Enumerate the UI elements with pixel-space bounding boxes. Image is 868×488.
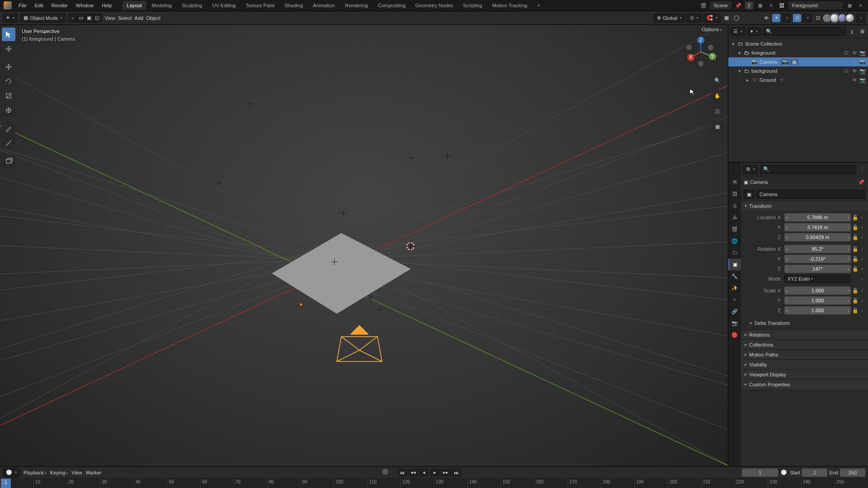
xray-toggle[interactable]: ⊡ <box>814 14 822 22</box>
play-reverse[interactable]: ◂ <box>419 469 429 477</box>
ptab-material[interactable]: 🔴 <box>728 329 741 341</box>
panel-collections[interactable]: ▸Collections <box>741 340 868 349</box>
viewlayer-new[interactable]: ⊞ <box>845 1 854 9</box>
play[interactable]: ▸ <box>430 469 440 477</box>
tree-ground[interactable]: ▸▽Ground ▽ 👁📷 <box>728 75 868 84</box>
tab-uv[interactable]: UV Editing <box>208 1 240 10</box>
menu-window[interactable]: Window <box>73 1 97 10</box>
ptab-data[interactable]: 📷 <box>728 317 741 329</box>
eye-icon[interactable]: 👁 <box>851 68 858 74</box>
ptab-viewlayer[interactable]: 🖧 <box>728 211 741 223</box>
panel-custom[interactable]: ▸Custom Properties <box>741 380 868 389</box>
lock-icon[interactable]: 🔓 <box>852 266 859 272</box>
eye-icon[interactable]: 👁 <box>851 50 858 56</box>
preview-range-icon[interactable]: 🕐 <box>780 469 788 477</box>
orientation[interactable]: ⊕ Global <box>654 14 685 23</box>
mode-selector[interactable]: ▦ Object Mode <box>20 14 66 23</box>
tree-scene-collection[interactable]: ▾🗀Scene Collection <box>728 39 868 48</box>
snap-toggle[interactable]: ▦ <box>722 14 731 22</box>
scene-new[interactable]: ⊞ <box>756 1 764 9</box>
scene-delete[interactable]: ✕ <box>767 1 775 9</box>
scale-z[interactable]: 1.000 <box>784 306 851 314</box>
frame-start[interactable]: 1 <box>802 469 827 477</box>
camera-object[interactable] <box>332 323 387 373</box>
render-icon[interactable]: 📷 <box>859 68 866 74</box>
hdr-select[interactable]: Select <box>118 15 132 21</box>
outliner-search[interactable]: 🔍 <box>763 27 846 36</box>
ptab-render[interactable]: 🖼 <box>728 188 741 200</box>
hdr-view[interactable]: View <box>104 15 115 21</box>
object-name-input[interactable] <box>756 190 865 199</box>
editor-type[interactable]: ✦ <box>3 14 18 23</box>
panel-transform[interactable]: ▾Transform <box>741 201 868 211</box>
shading-menu[interactable] <box>856 14 865 23</box>
tab-layout[interactable]: Layout <box>123 1 146 10</box>
panel-viewportdisplay[interactable]: ▸Viewport Display <box>741 370 868 379</box>
tab-geonodes[interactable]: Geometry Nodes <box>411 1 458 10</box>
outliner-editor-type[interactable]: ☰ <box>730 27 745 36</box>
tool-add-primitive[interactable] <box>2 154 15 168</box>
zoom-icon[interactable]: 🔍 <box>712 75 723 86</box>
lock-icon[interactable]: 🔓 <box>852 235 859 240</box>
camera-view-icon[interactable]: 🎥 <box>712 105 723 117</box>
tree-background[interactable]: ▾🗀background ☑👁📷 <box>728 66 868 75</box>
ptab-collection[interactable]: 🗀 <box>728 247 741 258</box>
pin-icon[interactable]: 📌 <box>857 178 865 186</box>
exclude-icon[interactable]: ☑ <box>843 50 850 56</box>
ptab-scene[interactable]: 🎬 <box>728 223 741 235</box>
ptab-object[interactable]: ▣ <box>728 258 741 270</box>
proportional[interactable]: ◯ <box>732 14 741 22</box>
ptab-world[interactable]: 🌐 <box>728 235 741 247</box>
tool-transform[interactable] <box>2 103 15 117</box>
lock-icon[interactable]: 🔓 <box>852 288 859 294</box>
rotation-mode[interactable]: XYZ Euler <box>784 275 851 283</box>
add-workspace[interactable]: + <box>533 1 544 10</box>
datablock-browse[interactable]: ▣ <box>744 190 755 199</box>
viewport-options[interactable]: Options <box>699 26 724 33</box>
overlay-menu[interactable] <box>803 14 812 23</box>
frame-end[interactable]: 250 <box>840 469 865 477</box>
scene-selector[interactable]: Scene <box>710 1 731 9</box>
viewlayer-browse-icon[interactable]: 🖼 <box>778 1 786 9</box>
tl-marker[interactable]: Marker <box>86 470 101 475</box>
lock-icon[interactable]: 🔓 <box>852 256 859 262</box>
exclude-icon[interactable]: ☑ <box>843 68 850 74</box>
viewlayer-selector[interactable]: Foreground <box>788 1 843 9</box>
eye-icon[interactable]: 👁 <box>851 77 858 83</box>
viewport-3d[interactable]: User Perspective (1) foreground | Camera… <box>0 25 728 466</box>
shading-rendered[interactable] <box>845 14 854 23</box>
lock-icon[interactable]: 🔓 <box>852 215 859 221</box>
ptab-physics[interactable]: ⚛ <box>728 294 741 305</box>
timeline-editor-type[interactable]: 🕐 <box>3 468 20 477</box>
lock-icon[interactable]: 🔓 <box>852 298 859 304</box>
lock-icon[interactable]: 🔓 <box>852 246 859 252</box>
props-search[interactable]: 🔍 <box>760 165 856 174</box>
scale-x[interactable]: 1.000 <box>784 286 851 295</box>
perspective-icon[interactable]: ▦ <box>712 121 723 132</box>
panel-relations[interactable]: ▸Relations <box>741 330 868 339</box>
tab-motion[interactable]: Motion Tracking <box>488 1 532 10</box>
render-icon[interactable]: 📷 <box>859 50 866 56</box>
lock-icon[interactable]: 🔓 <box>852 308 859 314</box>
ptab-constraints[interactable]: 🔗 <box>728 305 741 317</box>
tool-rotate[interactable] <box>2 75 15 88</box>
hdr-object[interactable]: Object <box>146 15 160 21</box>
keyframe-next[interactable]: ▸▸ <box>441 469 451 477</box>
tool-annotate[interactable] <box>2 122 15 135</box>
keyframe-prev[interactable]: ◂◂ <box>408 469 418 477</box>
tool-cursor[interactable] <box>2 42 15 56</box>
scale-y[interactable]: 1.000 <box>784 296 851 305</box>
tool-measure[interactable] <box>2 136 15 150</box>
lock-icon[interactable]: 🔓 <box>852 225 859 230</box>
tl-playback[interactable]: Playback <box>24 470 47 475</box>
location-x[interactable]: 5.7886 m <box>784 213 851 221</box>
panel-visibility[interactable]: ▸Visibility <box>741 360 868 369</box>
gizmo-toggle[interactable]: ✦ <box>772 14 780 22</box>
ptab-output[interactable]: 🖨 <box>728 200 741 211</box>
tab-animation[interactable]: Animation <box>308 1 340 10</box>
tab-shading[interactable]: Shading <box>280 1 307 10</box>
tl-keying[interactable]: Keying <box>50 470 68 475</box>
tool-move[interactable] <box>2 60 15 74</box>
snap[interactable]: 🧲 <box>703 14 721 23</box>
ptab-particles[interactable]: ✨ <box>728 282 741 294</box>
